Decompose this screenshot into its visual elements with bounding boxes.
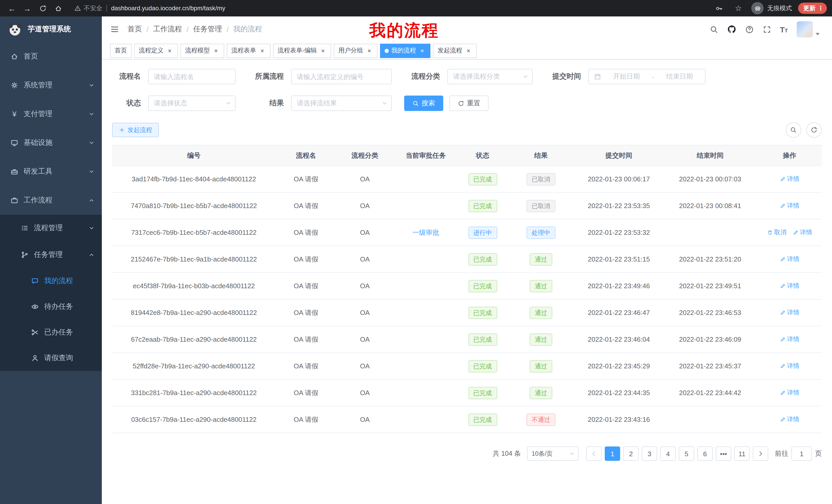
home-icon[interactable] xyxy=(51,2,65,15)
delete-icon xyxy=(767,230,773,235)
cell-id: 3ad174fb-7b9d-11ec-8404-acde48001122 xyxy=(112,166,276,192)
breadcrumb-item[interactable]: 工作流程 xyxy=(153,25,182,34)
result-badge: 已取消 xyxy=(526,173,555,185)
key-icon[interactable] xyxy=(712,2,726,15)
tab-home[interactable]: 首页 xyxy=(110,44,132,58)
close-icon[interactable]: × xyxy=(419,47,426,54)
back-icon[interactable]: ← xyxy=(5,2,19,15)
cell-submit-time: 2022-01-22 23:43:16 xyxy=(575,406,663,433)
sidebar-item-infra[interactable]: 基础设施 xyxy=(0,129,102,157)
col-id: 编号 xyxy=(112,145,276,166)
cancel-button[interactable]: 取消 xyxy=(767,228,786,237)
tab-user-group[interactable]: 用户分组 × xyxy=(334,44,378,58)
process-label: 所属流程 xyxy=(248,72,284,81)
incognito-badge[interactable]: 无痕模式 xyxy=(751,2,792,15)
more-options-icon[interactable]: ⋮ xyxy=(817,5,824,12)
tab-process-form[interactable]: 流程表单 × xyxy=(227,44,270,58)
search-icon[interactable] xyxy=(709,25,718,34)
sidebar-item-done-tasks[interactable]: 已办任务 xyxy=(0,319,102,345)
page-size-select[interactable]: 10条/页 xyxy=(527,446,578,461)
more-pages-button[interactable]: ••• xyxy=(716,446,731,461)
detail-button[interactable]: 详情 xyxy=(780,175,799,184)
goto-page-input[interactable] xyxy=(791,446,812,461)
page-button[interactable]: 6 xyxy=(697,446,713,461)
app-logo[interactable]: 芋道管理系统 xyxy=(0,17,102,42)
sidebar-item-home[interactable]: 首页 xyxy=(0,42,102,71)
close-icon[interactable]: × xyxy=(366,47,373,54)
address-bar[interactable]: 不安全 dashboard.yudao.iocoder.cn/bpm/task/… xyxy=(74,4,710,12)
close-icon[interactable]: × xyxy=(166,47,173,54)
cell-id: 7470a810-7b9b-11ec-b5b7-acde48001122 xyxy=(112,192,276,219)
breadcrumb-item[interactable]: 任务管理 xyxy=(193,25,222,34)
tab-my-process[interactable]: 我的流程 × xyxy=(380,44,431,58)
category-select[interactable]: 请选择流程分类 xyxy=(447,69,533,84)
hamburger-icon[interactable] xyxy=(110,25,119,34)
github-icon[interactable] xyxy=(727,25,736,34)
help-icon[interactable] xyxy=(745,25,754,34)
detail-button[interactable]: 详情 xyxy=(780,362,799,370)
sidebar-item-system[interactable]: 系统管理 xyxy=(0,71,102,100)
sidebar-item-payment[interactable]: ¥ 支付管理 xyxy=(0,100,102,129)
sidebar-item-workflow[interactable]: 工作流程 xyxy=(0,186,102,215)
sidebar-item-label: 系统管理 xyxy=(24,81,52,90)
sidebar-item-my-process[interactable]: 我的流程 xyxy=(0,268,102,294)
page-button[interactable]: 2 xyxy=(623,446,639,461)
font-size-icon[interactable]: TT xyxy=(780,25,788,33)
table-row: 3ad174fb-7b9d-11ec-8404-acde48001122 OA … xyxy=(112,166,822,192)
detail-button[interactable]: 详情 xyxy=(780,415,799,424)
next-page-button[interactable] xyxy=(753,446,768,461)
page-button[interactable]: 11 xyxy=(734,446,750,461)
tab-initiate-process[interactable]: 发起流程 × xyxy=(433,44,477,58)
page-button[interactable]: 4 xyxy=(660,446,676,461)
close-icon[interactable]: × xyxy=(319,47,327,54)
page-button[interactable]: 3 xyxy=(642,446,657,461)
table-row: 2152467e-7b9b-11ec-9a1b-acde48001122 OA … xyxy=(112,246,822,273)
cell-end-time: 2022-01-22 23:45:37 xyxy=(663,353,757,380)
detail-button[interactable]: 详情 xyxy=(793,228,812,237)
detail-button[interactable]: 详情 xyxy=(780,388,799,397)
page-button[interactable]: 5 xyxy=(679,446,694,461)
forward-icon[interactable]: → xyxy=(21,2,34,15)
detail-button[interactable]: 详情 xyxy=(780,282,799,290)
prev-page-button[interactable] xyxy=(586,446,602,461)
close-icon[interactable]: × xyxy=(259,47,266,54)
toggle-search-button[interactable] xyxy=(786,122,801,138)
cell-end-time: 2022-01-22 23:49:51 xyxy=(663,273,757,299)
security-warning[interactable]: 不安全 xyxy=(74,4,102,12)
result-select[interactable]: 请选择流结果 xyxy=(291,95,392,111)
page-button[interactable]: 1 xyxy=(605,446,620,461)
date-range-picker[interactable]: 开始日期 - 结束日期 xyxy=(588,69,705,84)
sidebar-item-devtools[interactable]: 研发工具 xyxy=(0,157,102,186)
sidebar-item-process-mgmt[interactable]: 流程管理 xyxy=(0,215,102,242)
user-menu[interactable] xyxy=(797,21,820,37)
tab-process-model[interactable]: 流程模型 × xyxy=(181,44,224,58)
search-button[interactable]: 搜索 xyxy=(404,95,443,111)
detail-button[interactable]: 详情 xyxy=(780,201,799,210)
sidebar-item-leave-query[interactable]: 请假查询 xyxy=(0,345,102,371)
sidebar-item-task-mgmt[interactable]: 任务管理 xyxy=(0,242,102,268)
close-icon[interactable]: × xyxy=(465,47,472,54)
close-icon[interactable]: × xyxy=(212,47,219,54)
bookmark-star-icon[interactable]: ☆ xyxy=(732,2,745,15)
detail-button[interactable]: 详情 xyxy=(780,308,799,317)
name-input[interactable] xyxy=(148,69,235,84)
url-text[interactable]: dashboard.yudao.iocoder.cn/bpm/task/my xyxy=(111,5,225,12)
breadcrumb-item[interactable]: 首页 xyxy=(128,25,142,34)
fullscreen-icon[interactable] xyxy=(762,25,771,34)
reset-button[interactable]: 重置 xyxy=(449,95,489,111)
detail-button[interactable]: 详情 xyxy=(780,255,799,263)
tab-process-definition[interactable]: 流程定义 × xyxy=(134,44,178,58)
detail-button[interactable]: 详情 xyxy=(780,335,799,344)
process-input[interactable] xyxy=(291,69,392,84)
update-button[interactable]: 更新 ⋮ xyxy=(798,3,827,14)
create-process-button[interactable]: 发起流程 xyxy=(112,123,159,137)
current-task-link[interactable]: 一级审批 xyxy=(412,228,439,236)
tab-process-form-edit[interactable]: 流程表单-编辑 × xyxy=(273,44,331,58)
reload-icon[interactable] xyxy=(36,2,49,15)
sidebar-item-todo-tasks[interactable]: 待办任务 xyxy=(0,294,102,319)
col-current-task: 当前审批任务 xyxy=(393,145,458,166)
tab-label: 发起流程 xyxy=(438,46,462,55)
avatar[interactable] xyxy=(797,21,813,37)
status-select[interactable]: 请选择状态 xyxy=(148,95,235,111)
refresh-table-button[interactable] xyxy=(806,122,822,138)
